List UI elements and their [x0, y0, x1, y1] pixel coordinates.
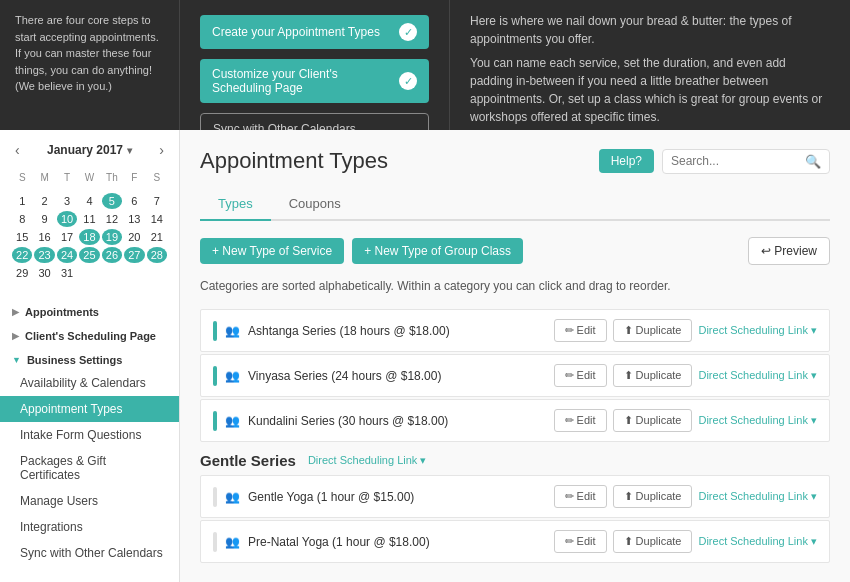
step-2-button[interactable]: Customize your Client's Scheduling Page … — [200, 59, 429, 103]
search-input[interactable] — [671, 154, 801, 168]
banner-left-text: There are four core steps to start accep… — [15, 12, 164, 95]
group-direct-link[interactable]: Direct Scheduling Link ▾ — [308, 454, 427, 467]
banner-right: Here is where we nail down your bread & … — [450, 0, 850, 130]
calendar-month[interactable]: January 2017 ▾ — [47, 143, 132, 157]
sidebar-item-integrations[interactable]: Integrations — [0, 514, 179, 540]
sidebar-nav: ▶ Appointments ▶ Client's Scheduling Pag… — [0, 293, 179, 571]
step-2-label: Customize your Client's Scheduling Page — [212, 67, 399, 95]
cal-week-5: 22232425262728 — [12, 247, 167, 263]
cal-day-f: F — [124, 170, 144, 185]
sidebar-item-intake-form[interactable]: Intake Form Questions — [0, 422, 179, 448]
calendar: ‹ January 2017 ▾ › S M T W Th F S — [0, 130, 179, 293]
edit-button-2[interactable]: ✏ Edit — [554, 409, 607, 432]
sidebar-section-scheduling[interactable]: ▶ Client's Scheduling Page — [0, 322, 179, 346]
preview-button[interactable]: ↩ Preview — [748, 237, 830, 265]
sidebar-item-manage-users[interactable]: Manage Users — [0, 488, 179, 514]
service-name: Vinyasa Series (24 hours @ $18.00) — [248, 369, 441, 383]
step-2-check: ✓ — [399, 72, 417, 90]
group-icon: 👥 — [225, 535, 240, 549]
service-name: Gentle Yoga (1 hour @ $15.00) — [248, 490, 414, 504]
service-actions: ✏ Edit ⬆ Duplicate Direct Scheduling Lin… — [554, 409, 817, 432]
duplicate-button-prenatal[interactable]: ⬆ Duplicate — [613, 530, 693, 553]
services-list: 👥 Ashtanga Series (18 hours @ $18.00) ✏ … — [200, 309, 830, 442]
service-color-bar — [213, 532, 217, 552]
duplicate-button-gentle[interactable]: ⬆ Duplicate — [613, 485, 693, 508]
service-left: 👥 Kundalini Series (30 hours @ $18.00) — [213, 411, 448, 431]
step-1-button[interactable]: Create your Appointment Types ✓ — [200, 15, 429, 49]
content-header: Appointment Types Help? 🔍 — [200, 148, 830, 174]
sidebar-business-label: Business Settings — [27, 354, 122, 366]
duplicate-button-1[interactable]: ⬆ Duplicate — [613, 364, 693, 387]
sidebar-section-business[interactable]: ▼ Business Settings — [0, 346, 179, 370]
edit-button-1[interactable]: ✏ Edit — [554, 364, 607, 387]
direct-link-prenatal[interactable]: Direct Scheduling Link ▾ — [698, 535, 817, 548]
service-row-gentle-yoga: 👥 Gentle Yoga (1 hour @ $15.00) ✏ Edit ⬆… — [200, 475, 830, 518]
step-1-check: ✓ — [399, 23, 417, 41]
service-left: 👥 Ashtanga Series (18 hours @ $18.00) — [213, 321, 450, 341]
edit-button-0[interactable]: ✏ Edit — [554, 319, 607, 342]
calendar-next-button[interactable]: › — [154, 140, 169, 160]
group-section-header: Gentle Series Direct Scheduling Link ▾ — [200, 452, 830, 469]
cal-week-4: 15161718192021 — [12, 229, 167, 245]
banner-steps: Create your Appointment Types ✓ Customiz… — [180, 0, 450, 130]
sidebar-appointments-label: Appointments — [25, 306, 99, 318]
banner-left: There are four core steps to start accep… — [0, 0, 180, 130]
search-box[interactable]: 🔍 — [662, 149, 830, 174]
sidebar-item-appointment-types[interactable]: Appointment Types — [0, 396, 179, 422]
banner-right-title: Here is where we nail down your bread & … — [470, 12, 830, 48]
tab-types[interactable]: Types — [200, 188, 271, 221]
service-left: 👥 Vinyasa Series (24 hours @ $18.00) — [213, 366, 441, 386]
edit-button-gentle[interactable]: ✏ Edit — [554, 485, 607, 508]
sidebar-section-appointments[interactable]: ▶ Appointments — [0, 298, 179, 322]
scheduling-caret: ▶ — [12, 331, 19, 341]
calendar-prev-button[interactable]: ‹ — [10, 140, 25, 160]
info-text: Categories are sorted alphabetically. Wi… — [200, 277, 830, 295]
tabs-bar: Types Coupons — [200, 188, 830, 221]
banner-right-text: You can name each service, set the durat… — [470, 54, 830, 126]
top-banner: There are four core steps to start accep… — [0, 0, 850, 130]
cal-day-t: T — [57, 170, 77, 185]
sidebar: ‹ January 2017 ▾ › S M T W Th F S — [0, 130, 180, 582]
new-group-class-button[interactable]: + New Type of Group Class — [352, 238, 523, 264]
service-actions: ✏ Edit ⬆ Duplicate Direct Scheduling Lin… — [554, 364, 817, 387]
appointments-caret: ▶ — [12, 307, 19, 317]
action-bar: + New Type of Service + New Type of Grou… — [200, 237, 830, 265]
cal-week-3: 891011121314 — [12, 211, 167, 227]
sidebar-item-availability[interactable]: Availability & Calendars — [0, 370, 179, 396]
direct-link-1[interactable]: Direct Scheduling Link ▾ — [698, 369, 817, 382]
cal-day-m: M — [34, 170, 54, 185]
calendar-header: ‹ January 2017 ▾ › — [10, 140, 169, 160]
search-icon: 🔍 — [805, 154, 821, 169]
direct-link-2[interactable]: Direct Scheduling Link ▾ — [698, 414, 817, 427]
page-title: Appointment Types — [200, 148, 388, 174]
service-actions: ✏ Edit ⬆ Duplicate Direct Scheduling Lin… — [554, 319, 817, 342]
cal-day-th: Th — [102, 170, 122, 185]
cal-week-6: 293031 — [12, 265, 167, 281]
duplicate-button-0[interactable]: ⬆ Duplicate — [613, 319, 693, 342]
business-caret: ▼ — [12, 355, 21, 365]
service-name: Kundalini Series (30 hours @ $18.00) — [248, 414, 448, 428]
service-row-prenatal: 👥 Pre-Natal Yoga (1 hour @ $18.00) ✏ Edi… — [200, 520, 830, 563]
direct-link-gentle[interactable]: Direct Scheduling Link ▾ — [698, 490, 817, 503]
service-color-bar — [213, 411, 217, 431]
cal-week-1 — [12, 187, 167, 191]
new-service-button[interactable]: + New Type of Service — [200, 238, 344, 264]
service-color-bar — [213, 366, 217, 386]
cal-day-w: W — [79, 170, 99, 185]
cal-week-2: 1234567 — [12, 193, 167, 209]
service-row-vinyasa: 👥 Vinyasa Series (24 hours @ $18.00) ✏ E… — [200, 354, 830, 397]
group-title: Gentle Series — [200, 452, 296, 469]
sidebar-item-packages[interactable]: Packages & Gift Certificates — [0, 448, 179, 488]
duplicate-button-2[interactable]: ⬆ Duplicate — [613, 409, 693, 432]
help-button[interactable]: Help? — [599, 149, 654, 173]
group-icon: 👥 — [225, 369, 240, 383]
service-left: 👥 Pre-Natal Yoga (1 hour @ $18.00) — [213, 532, 430, 552]
service-row-ashtanga: 👥 Ashtanga Series (18 hours @ $18.00) ✏ … — [200, 309, 830, 352]
main-layout: ‹ January 2017 ▾ › S M T W Th F S — [0, 130, 850, 582]
action-left: + New Type of Service + New Type of Grou… — [200, 238, 523, 264]
sidebar-item-sync-calendars[interactable]: Sync with Other Calendars — [0, 540, 179, 566]
calendar-month-arrow: ▾ — [127, 145, 132, 156]
tab-coupons[interactable]: Coupons — [271, 188, 359, 221]
edit-button-prenatal[interactable]: ✏ Edit — [554, 530, 607, 553]
direct-link-0[interactable]: Direct Scheduling Link ▾ — [698, 324, 817, 337]
